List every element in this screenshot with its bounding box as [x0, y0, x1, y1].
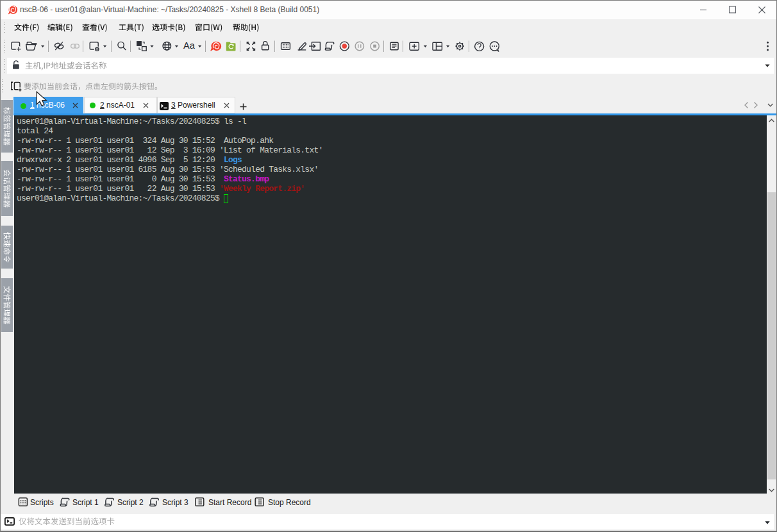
svg-text:Aa: Aa — [183, 40, 196, 51]
